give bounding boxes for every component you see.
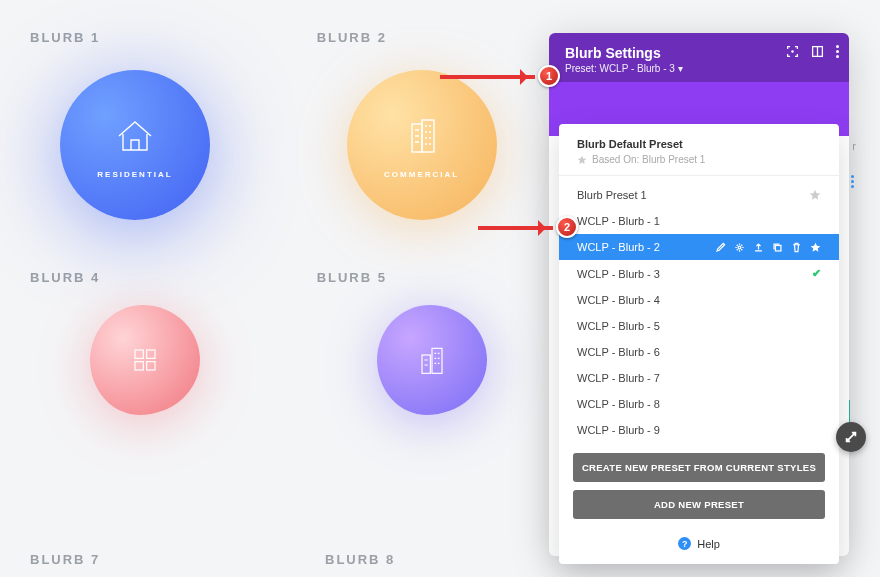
svg-rect-6 xyxy=(422,355,430,373)
blurb-8-title: BLURB 8 xyxy=(325,552,395,567)
blurb-1-bubble[interactable]: RESIDENTIAL xyxy=(60,70,210,220)
blurb-4-bubble[interactable] xyxy=(90,305,200,415)
svg-rect-7 xyxy=(432,348,442,373)
buildings-icon xyxy=(412,340,452,380)
svg-rect-5 xyxy=(147,362,155,370)
blurb-2-title: BLURB 2 xyxy=(317,30,564,45)
help-icon: ? xyxy=(678,537,691,550)
svg-point-8 xyxy=(791,50,793,52)
annotation-arrow-2 xyxy=(478,226,553,230)
focus-icon[interactable] xyxy=(786,45,799,58)
edge-r-label: r xyxy=(852,140,856,152)
building-icon xyxy=(398,112,446,160)
preset-item-wclp9[interactable]: WCLP - Blurb - 9 xyxy=(559,417,839,443)
add-preset-button[interactable]: ADD NEW PRESET xyxy=(573,490,825,519)
preset-item-wclp4[interactable]: WCLP - Blurb - 4 xyxy=(559,287,839,313)
blurb-5-title: BLURB 5 xyxy=(317,270,564,285)
resize-fab[interactable] xyxy=(836,422,866,452)
preset-selector[interactable]: Preset: WCLP - Blurb - 3 ▾ xyxy=(565,63,833,74)
svg-rect-4 xyxy=(135,362,143,370)
annotation-badge-2: 2 xyxy=(556,216,578,238)
create-preset-button[interactable]: CREATE NEW PRESET FROM CURRENT STYLES xyxy=(573,453,825,482)
trash-icon[interactable] xyxy=(791,242,802,253)
columns-icon[interactable] xyxy=(811,45,824,58)
svg-rect-1 xyxy=(422,120,434,152)
blurb-1-title: BLURB 1 xyxy=(30,30,277,45)
annotation-badge-1: 1 xyxy=(538,65,560,87)
preset-item-wclp5[interactable]: WCLP - Blurb - 5 xyxy=(559,313,839,339)
blurb-2-label: COMMERCIAL xyxy=(384,170,459,179)
preset-item-preset1[interactable]: Blurb Preset 1 xyxy=(559,182,839,208)
check-icon: ✔ xyxy=(812,267,821,280)
annotation-arrow-1 xyxy=(440,75,535,79)
help-link[interactable]: ? Help xyxy=(573,537,825,550)
blurb-2-bubble[interactable]: COMMERCIAL xyxy=(347,70,497,220)
house-icon xyxy=(111,112,159,160)
preset-item-wclp8[interactable]: WCLP - Blurb - 8 xyxy=(559,391,839,417)
blurb-1-label: RESIDENTIAL xyxy=(97,170,172,179)
svg-point-11 xyxy=(738,246,741,249)
gear-icon[interactable] xyxy=(734,242,745,253)
more-icon[interactable] xyxy=(836,45,839,58)
resize-icon xyxy=(844,430,858,444)
star-icon[interactable] xyxy=(810,242,821,253)
star-icon[interactable] xyxy=(809,189,821,201)
preset-item-wclp6[interactable]: WCLP - Blurb - 6 xyxy=(559,339,839,365)
edit-icon[interactable] xyxy=(715,242,726,253)
copy-icon[interactable] xyxy=(772,242,783,253)
panel-header: Blurb Settings Preset: WCLP - Blurb - 3 … xyxy=(549,33,849,82)
preset-item-wclp1[interactable]: WCLP - Blurb - 1 xyxy=(559,208,839,234)
blurb-4-title: BLURB 4 xyxy=(30,270,277,285)
grid-icon xyxy=(125,340,165,380)
export-icon[interactable] xyxy=(753,242,764,253)
preset-dropdown: Blurb Default Preset Based On: Blurb Pre… xyxy=(559,124,839,564)
svg-rect-12 xyxy=(775,245,781,251)
svg-rect-3 xyxy=(147,350,155,358)
preset-item-wclp7[interactable]: WCLP - Blurb - 7 xyxy=(559,365,839,391)
svg-rect-2 xyxy=(135,350,143,358)
based-on-label: Based On: Blurb Preset 1 xyxy=(577,154,821,165)
star-icon xyxy=(577,155,587,165)
default-preset-title: Blurb Default Preset xyxy=(577,138,821,150)
blurb-5-bubble[interactable] xyxy=(377,305,487,415)
edge-more-icon[interactable] xyxy=(851,175,854,188)
svg-rect-0 xyxy=(412,124,422,152)
preset-item-wclp2[interactable]: WCLP - Blurb - 2 xyxy=(559,234,839,260)
blurb-7-title: BLURB 7 xyxy=(30,552,100,567)
preset-item-wclp3[interactable]: WCLP - Blurb - 3 ✔ xyxy=(559,260,839,287)
blurb-settings-panel: Blurb Settings Preset: WCLP - Blurb - 3 … xyxy=(549,33,849,556)
